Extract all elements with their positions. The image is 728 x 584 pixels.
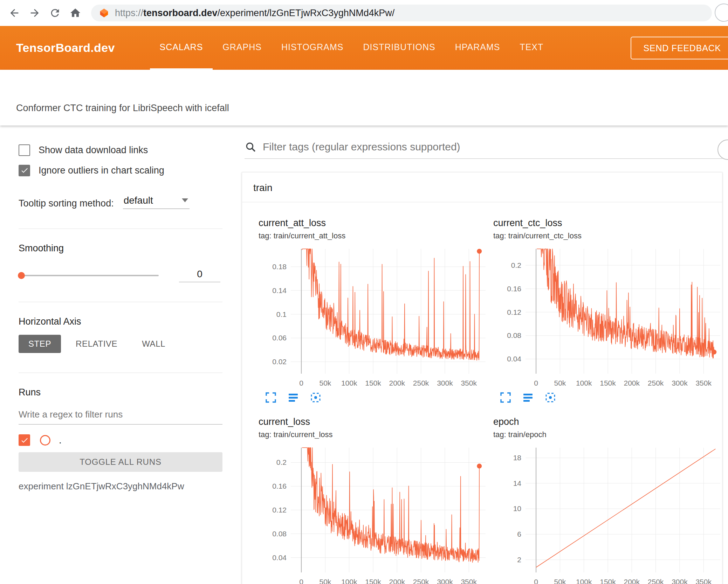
svg-text:0.04: 0.04 [507, 355, 521, 363]
toggle-runs-below-icon[interactable] [287, 391, 300, 405]
smoothing-value-input[interactable] [179, 269, 220, 282]
expand-chart-icon[interactable] [264, 391, 277, 405]
svg-text:250k: 250k [648, 578, 664, 584]
url-text: https://tensorboard.dev/experiment/lzGnE… [115, 8, 394, 19]
tab-text[interactable]: TEXT [510, 26, 553, 70]
svg-text:150k: 150k [365, 379, 381, 387]
forward-icon[interactable] [29, 7, 41, 19]
settings-sidebar: Show data download links Ignore outliers… [0, 125, 242, 584]
tab-histograms[interactable]: HISTOGRAMS [272, 26, 353, 70]
search-icon [245, 141, 256, 153]
send-feedback-button[interactable]: SEND FEEDBACK [631, 36, 728, 59]
show-download-links-checkbox[interactable] [19, 144, 30, 156]
svg-text:0: 0 [534, 379, 538, 387]
tab-distributions[interactable]: DISTRIBUTIONS [353, 26, 445, 70]
svg-text:200k: 200k [389, 578, 405, 584]
chart-title: current_ctc_loss [493, 218, 721, 229]
svg-text:50k: 50k [554, 379, 566, 387]
filter-tags-input[interactable] [263, 141, 722, 153]
svg-text:150k: 150k [365, 578, 381, 584]
svg-text:150k: 150k [600, 379, 616, 387]
toggle-all-runs-button[interactable]: TOGGLE ALL RUNS [19, 452, 222, 472]
svg-text:300k: 300k [672, 379, 688, 387]
runs-filter-input[interactable] [19, 407, 222, 425]
chart-tag: tag: train/current_loss [259, 430, 487, 439]
svg-text:2: 2 [517, 556, 521, 564]
smoothing-slider[interactable] [19, 275, 159, 276]
svg-text:350k: 350k [695, 379, 712, 387]
back-icon[interactable] [8, 7, 20, 19]
svg-text:50k: 50k [319, 379, 331, 387]
svg-text:350k: 350k [461, 379, 477, 387]
tab-graphs[interactable]: GRAPHS [213, 26, 272, 70]
chart-title: current_loss [259, 416, 487, 427]
svg-text:0.14: 0.14 [272, 286, 287, 294]
chevron-down-icon [182, 198, 188, 202]
divider [19, 302, 222, 302]
run-checkbox[interactable] [19, 434, 30, 446]
experiment-title: Conformer CTC training for LibriSpeech w… [16, 103, 229, 114]
smoothing-label: Smoothing [19, 243, 222, 254]
svg-text:0.12: 0.12 [507, 308, 521, 316]
svg-text:0.2: 0.2 [511, 261, 521, 269]
toggle-runs-below-icon[interactable] [521, 391, 535, 405]
url-bar[interactable]: https://tensorboard.dev/experiment/lzGnE… [91, 5, 712, 21]
app-header: TensorBoard.dev SCALARS GRAPHS HISTOGRAM… [0, 26, 728, 70]
axis-relative-button[interactable]: RELATIVE [66, 335, 127, 353]
svg-text:50k: 50k [554, 578, 566, 584]
expand-chart-icon[interactable] [499, 391, 512, 405]
chart-plot[interactable]: 26101418050k100k150k200k250k300k350k [493, 445, 724, 584]
svg-text:200k: 200k [624, 379, 640, 387]
svg-text:10: 10 [513, 504, 521, 512]
horizontal-axis-buttons: STEP RELATIVE WALL [19, 335, 222, 353]
content-area: Show data download links Ignore outliers… [0, 125, 728, 584]
svg-text:0: 0 [299, 379, 303, 387]
svg-text:0.06: 0.06 [272, 334, 287, 342]
chart-plot[interactable]: 0.020.060.10.140.18050k100k150k200k250k3… [259, 246, 490, 390]
svg-text:350k: 350k [461, 578, 477, 584]
tab-hparams[interactable]: HPARAMS [445, 26, 510, 70]
chart-toolbar [259, 391, 487, 405]
svg-text:350k: 350k [695, 578, 712, 584]
axis-step-button[interactable]: STEP [19, 335, 61, 353]
run-color-swatch[interactable] [40, 435, 50, 446]
svg-text:0.1: 0.1 [276, 310, 287, 318]
fit-domain-icon[interactable] [309, 391, 322, 405]
svg-text:300k: 300k [437, 578, 453, 584]
horizontal-axis-label: Horizontal Axis [19, 316, 222, 327]
tensorboard-favicon [99, 8, 109, 18]
reload-icon[interactable] [49, 7, 61, 19]
show-download-links-label: Show data download links [39, 145, 148, 156]
home-icon[interactable] [69, 7, 81, 19]
svg-text:0: 0 [534, 578, 538, 584]
browser-avatar[interactable] [715, 4, 728, 22]
tab-scalars[interactable]: SCALARS [150, 26, 213, 70]
tooltip-sorting-value: default [124, 195, 153, 206]
ignore-outliers-checkbox[interactable] [19, 165, 30, 176]
tooltip-sorting-select[interactable]: default [123, 195, 190, 209]
divider [19, 229, 222, 229]
smoothing-slider-thumb[interactable] [18, 272, 25, 279]
tag-group-train[interactable]: train [242, 172, 722, 202]
svg-text:6: 6 [517, 530, 521, 538]
chart-plot[interactable]: 0.040.080.120.160.2050k100k150k200k250k3… [259, 445, 490, 584]
chart-plot[interactable]: 0.040.080.120.160.2050k100k150k200k250k3… [493, 246, 724, 390]
scalar-chart-current-ctc-loss: current_ctc_loss tag: train/current_ctc_… [487, 218, 721, 405]
charts-grid: current_att_loss tag: train/current_att_… [242, 202, 722, 584]
svg-text:100k: 100k [576, 379, 592, 387]
tooltip-sorting-label: Tooltip sorting method: [19, 198, 114, 209]
experiment-title-bar: Conformer CTC training for LibriSpeech w… [0, 70, 728, 125]
runs-label: Runs [19, 387, 222, 398]
chart-tag: tag: train/current_att_loss [259, 231, 487, 240]
axis-wall-button[interactable]: WALL [132, 335, 175, 353]
experiment-id-label: experiment lzGnETjwRxC3yghNMd4kPw [19, 481, 222, 492]
svg-text:300k: 300k [672, 578, 688, 584]
ignore-outliers-label: Ignore outliers in chart scaling [39, 165, 164, 176]
svg-text:150k: 150k [600, 578, 616, 584]
chart-tag: tag: train/epoch [493, 430, 721, 439]
svg-text:300k: 300k [437, 379, 453, 387]
svg-text:0.16: 0.16 [272, 482, 287, 490]
chart-title: current_att_loss [259, 218, 487, 229]
fit-domain-icon[interactable] [544, 391, 557, 405]
scalar-chart-current-att-loss: current_att_loss tag: train/current_att_… [252, 218, 487, 405]
